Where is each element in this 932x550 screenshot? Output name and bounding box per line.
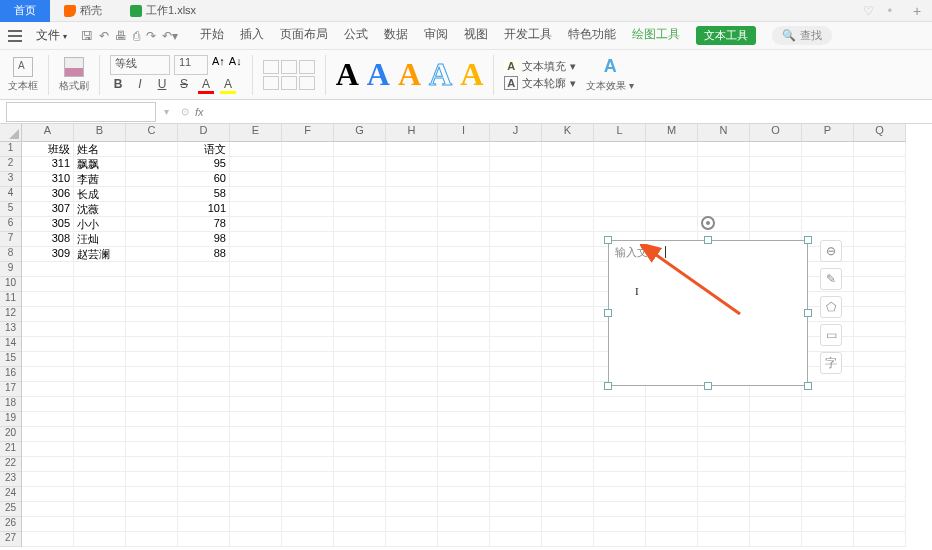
cell[interactable] (22, 442, 74, 457)
row-header[interactable]: 25 (0, 502, 21, 517)
cell[interactable] (230, 352, 282, 367)
cell[interactable] (490, 517, 542, 532)
float-tool-4[interactable]: 字 (820, 352, 842, 374)
cell[interactable] (438, 397, 490, 412)
cell[interactable] (854, 517, 906, 532)
cell[interactable] (542, 397, 594, 412)
col-header-G[interactable]: G (334, 124, 386, 141)
cell[interactable] (230, 487, 282, 502)
cell[interactable] (126, 382, 178, 397)
cell[interactable] (386, 382, 438, 397)
cell[interactable] (386, 277, 438, 292)
cell[interactable] (646, 412, 698, 427)
row-header[interactable]: 14 (0, 337, 21, 352)
cell[interactable] (438, 502, 490, 517)
cell[interactable] (230, 442, 282, 457)
cell[interactable] (802, 457, 854, 472)
cell[interactable] (854, 397, 906, 412)
cell[interactable] (230, 202, 282, 217)
cell[interactable] (646, 427, 698, 442)
cell[interactable] (750, 187, 802, 202)
cell[interactable] (542, 517, 594, 532)
cell[interactable] (438, 412, 490, 427)
cell[interactable] (386, 262, 438, 277)
cell[interactable] (22, 322, 74, 337)
cell[interactable] (750, 442, 802, 457)
cell[interactable] (594, 502, 646, 517)
cell[interactable] (282, 412, 334, 427)
cell[interactable] (386, 487, 438, 502)
cell[interactable] (542, 232, 594, 247)
menu-drawing[interactable]: 绘图工具 (632, 26, 680, 45)
cell[interactable] (802, 157, 854, 172)
cell[interactable] (750, 172, 802, 187)
cell[interactable] (126, 262, 178, 277)
col-header-H[interactable]: H (386, 124, 438, 141)
cell[interactable] (178, 532, 230, 547)
cell[interactable] (594, 517, 646, 532)
cell[interactable] (282, 352, 334, 367)
cell[interactable] (282, 382, 334, 397)
cell[interactable] (750, 412, 802, 427)
cell[interactable] (854, 217, 906, 232)
cell[interactable] (282, 322, 334, 337)
cell[interactable] (386, 367, 438, 382)
cell[interactable] (282, 232, 334, 247)
cell[interactable] (750, 142, 802, 157)
cell[interactable] (490, 337, 542, 352)
cell[interactable] (594, 457, 646, 472)
cell[interactable] (282, 292, 334, 307)
cell[interactable] (490, 262, 542, 277)
cell[interactable] (178, 502, 230, 517)
row-header[interactable]: 5 (0, 202, 21, 217)
cell[interactable] (750, 157, 802, 172)
cell[interactable] (490, 472, 542, 487)
row-header[interactable]: 21 (0, 442, 21, 457)
cell[interactable] (698, 172, 750, 187)
cell[interactable] (334, 292, 386, 307)
cell[interactable] (854, 172, 906, 187)
row-header[interactable]: 17 (0, 382, 21, 397)
cell[interactable] (542, 262, 594, 277)
new-tab-button[interactable]: + (902, 3, 932, 19)
row-header[interactable]: 26 (0, 517, 21, 532)
cell[interactable] (802, 412, 854, 427)
cell[interactable] (386, 292, 438, 307)
cell[interactable] (126, 157, 178, 172)
cell[interactable] (854, 247, 906, 262)
cell[interactable] (594, 202, 646, 217)
cell[interactable] (178, 412, 230, 427)
resize-handle[interactable] (804, 382, 812, 390)
cell[interactable] (438, 247, 490, 262)
cell[interactable] (386, 532, 438, 547)
cell[interactable] (386, 187, 438, 202)
cell[interactable] (490, 367, 542, 382)
cell[interactable] (698, 142, 750, 157)
italic-button[interactable]: I (132, 77, 148, 94)
preview-icon[interactable]: ⎙ (133, 29, 140, 43)
cell[interactable] (126, 442, 178, 457)
resize-handle[interactable] (804, 236, 812, 244)
cell[interactable] (646, 187, 698, 202)
cell[interactable] (438, 217, 490, 232)
text-tool-button[interactable]: 文本工具 (696, 26, 756, 45)
cell[interactable] (698, 502, 750, 517)
cell[interactable]: 78 (178, 217, 230, 232)
cell[interactable] (646, 172, 698, 187)
cell[interactable] (542, 172, 594, 187)
row-header[interactable]: 20 (0, 427, 21, 442)
cell[interactable] (438, 367, 490, 382)
cell[interactable] (490, 487, 542, 502)
cell[interactable] (126, 517, 178, 532)
cell[interactable] (750, 532, 802, 547)
cell[interactable] (490, 322, 542, 337)
cell[interactable]: 98 (178, 232, 230, 247)
bold-button[interactable]: B (110, 77, 126, 94)
hamburger-icon[interactable] (8, 30, 22, 42)
cell[interactable] (646, 532, 698, 547)
resize-handle[interactable] (704, 236, 712, 244)
cell[interactable] (594, 472, 646, 487)
cell[interactable] (594, 187, 646, 202)
cell[interactable] (750, 472, 802, 487)
redo-icon[interactable]: ↷ (146, 29, 156, 43)
